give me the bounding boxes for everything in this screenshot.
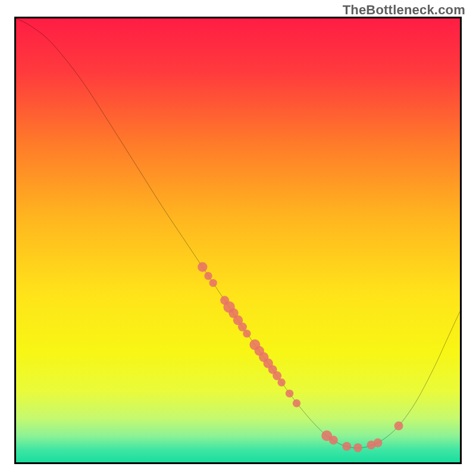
- data-point: [353, 443, 362, 452]
- data-point: [204, 272, 212, 280]
- watermark-text: TheBottleneck.com: [343, 2, 465, 18]
- data-point: [243, 330, 250, 337]
- data-point: [342, 442, 351, 451]
- chart-container: TheBottleneck.com: [0, 0, 476, 476]
- data-point: [374, 439, 383, 447]
- data-point: [286, 390, 293, 397]
- data-point: [394, 421, 403, 430]
- data-point: [198, 262, 207, 272]
- plot-frame: [14, 17, 462, 464]
- data-point: [293, 399, 300, 407]
- data-point: [209, 279, 217, 287]
- chart-svg: [16, 18, 460, 462]
- data-point: [329, 436, 338, 444]
- gradient-background: [16, 18, 460, 462]
- data-point: [277, 378, 285, 386]
